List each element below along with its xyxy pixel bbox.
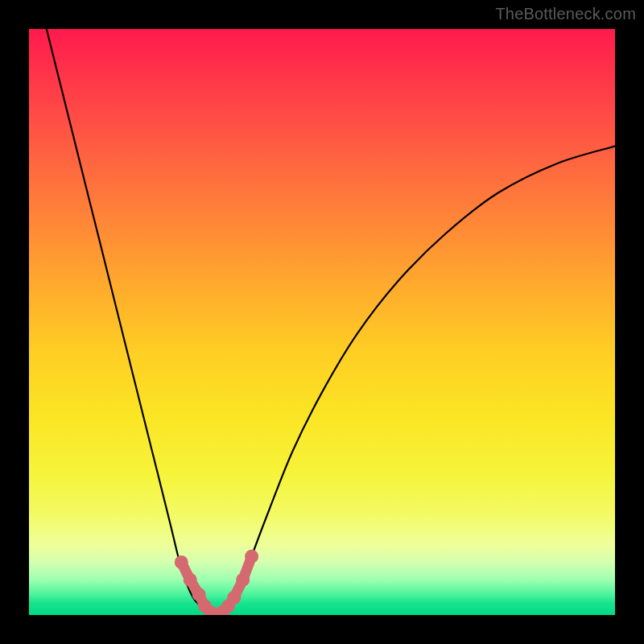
bottleneck-curve-svg: [29, 29, 615, 615]
marker-dot: [184, 573, 197, 587]
watermark-text: TheBottleneck.com: [495, 5, 636, 23]
marker-dot: [192, 588, 206, 601]
marker-dot: [175, 555, 188, 569]
plot-area: [29, 29, 615, 615]
chart-frame: TheBottleneck.com: [0, 0, 644, 644]
marker-dot: [245, 550, 258, 564]
marker-dot: [227, 591, 241, 605]
highlighted-points: [175, 550, 258, 615]
marker-dot: [236, 573, 250, 587]
bottleneck-curve: [47, 29, 615, 615]
